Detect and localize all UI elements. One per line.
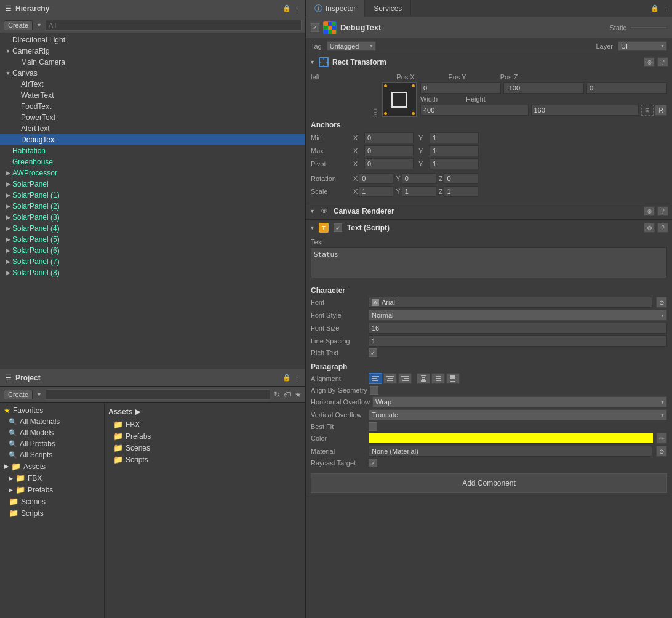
tree-item-airtext[interactable]: AirText (0, 79, 305, 90)
tree-item-solarpanel-2[interactable]: ▶ SolarPanel (2) (0, 201, 305, 212)
tree-item-solarpanel-4[interactable]: ▶ SolarPanel (4) (0, 223, 305, 234)
favorites-all-materials[interactable]: 🔍 All Materials (0, 416, 104, 427)
line-spacing-value[interactable]: 1 (369, 335, 667, 347)
rt-help-icon[interactable]: ? (657, 57, 668, 67)
scale-y-value[interactable]: 1 (402, 186, 436, 197)
favorites-section-header[interactable]: ★ Favorites (0, 405, 104, 416)
static-dropdown[interactable] (630, 26, 667, 29)
text-script-settings-icon[interactable]: ⚙ (644, 223, 655, 233)
raycast-checkbox[interactable] (369, 459, 377, 467)
pos-x-value[interactable]: 0 (420, 82, 501, 94)
align-middle-button[interactable] (431, 373, 445, 384)
scale-x-value[interactable]: 1 (359, 186, 393, 197)
tree-item-solarpanel[interactable]: ▶ SolarPanel (0, 179, 305, 190)
max-x-value[interactable]: 0 (364, 145, 414, 156)
project-search-input[interactable] (46, 389, 270, 400)
font-style-dropdown[interactable]: Normal (369, 310, 667, 321)
anchor-widget[interactable] (382, 82, 417, 117)
r-button[interactable]: R (655, 105, 667, 116)
tree-item-alerttext[interactable]: AlertText (0, 123, 305, 134)
scale-z-value[interactable]: 1 (444, 186, 478, 197)
assets-scripts-left[interactable]: 📁 Scripts (0, 507, 104, 519)
rotation-x-value[interactable]: 0 (359, 173, 393, 184)
tree-item-canvas[interactable]: ▼ Canvas (0, 68, 305, 79)
tree-item-debugtext[interactable]: DebugText (0, 134, 305, 145)
pivot-x-value[interactable]: 0 (364, 158, 414, 169)
assets-right-scenes[interactable]: 📁 Scenes (105, 442, 305, 454)
align-center-button[interactable] (383, 373, 397, 384)
tree-item-directional-light[interactable]: Directional Light (0, 34, 305, 46)
align-by-geometry-checkbox[interactable] (370, 386, 378, 395)
tag-dropdown[interactable]: Untagged (327, 41, 376, 51)
favorites-all-prefabs[interactable]: 🔍 All Prefabs (0, 438, 104, 449)
tree-item-solarpanel-8[interactable]: ▶ SolarPanel (8) (0, 267, 305, 278)
tree-item-greenhouse[interactable]: Greenhouse (0, 156, 305, 167)
tree-item-watertext[interactable]: WaterText (0, 90, 305, 101)
tree-item-awprocessor[interactable]: ▶ AWProcessor (0, 167, 305, 179)
assets-right-prefabs[interactable]: 📁 Prefabs (105, 430, 305, 442)
align-right-button[interactable] (398, 373, 412, 384)
pos-y-value[interactable]: -100 (503, 82, 584, 94)
tree-item-solarpanel-5[interactable]: ▶ SolarPanel (5) (0, 234, 305, 245)
rich-text-checkbox[interactable] (369, 348, 377, 357)
rotation-y-value[interactable]: 0 (402, 173, 436, 184)
font-picker-button[interactable]: ⊙ (656, 297, 667, 308)
pos-z-value[interactable]: 0 (586, 82, 667, 94)
star-icon[interactable]: ★ (295, 390, 302, 399)
hierarchy-search-input[interactable] (46, 20, 302, 31)
tree-item-solarpanel-7[interactable]: ▶ SolarPanel (7) (0, 256, 305, 267)
color-swatch[interactable] (369, 433, 654, 444)
text-script-enabled-checkbox[interactable] (334, 223, 342, 232)
tag-icon[interactable]: 🏷 (284, 390, 291, 399)
tree-item-main-camera[interactable]: Main Camera (0, 57, 305, 68)
assets-fbx-left[interactable]: ▶ 📁 FBX (0, 472, 104, 484)
min-x-value[interactable]: 0 (364, 132, 414, 143)
assets-right-fbx[interactable]: 📁 FBX (105, 419, 305, 430)
rect-transform-header[interactable]: ▼ Rect Transform ⚙ ? (306, 54, 672, 70)
tree-item-habitation[interactable]: Habitation (0, 145, 305, 156)
v-overflow-dropdown[interactable]: Truncate (369, 409, 667, 420)
font-size-value[interactable]: 16 (369, 323, 667, 334)
tree-item-powertext[interactable]: PowerText (0, 112, 305, 123)
tree-item-solarpanel-1[interactable]: ▶ SolarPanel (1) (0, 190, 305, 201)
rotation-z-value[interactable]: 0 (444, 173, 478, 184)
material-value-field[interactable]: None (Material) (369, 446, 652, 457)
align-left-button[interactable] (369, 373, 382, 384)
color-eyedropper-button[interactable]: ✏ (656, 433, 667, 444)
h-overflow-dropdown[interactable]: Wrap (372, 396, 667, 407)
align-top-button[interactable] (417, 373, 430, 384)
pivot-y-value[interactable]: 1 (430, 158, 479, 169)
tree-item-solarpanel-6[interactable]: ▶ SolarPanel (6) (0, 245, 305, 256)
add-component-button[interactable]: Add Component (311, 473, 667, 493)
favorites-all-scripts[interactable]: 🔍 All Scripts (0, 449, 104, 460)
assets-section-header[interactable]: ▶ 📁 Assets (0, 460, 104, 472)
material-picker-button[interactable]: ⊙ (656, 446, 667, 457)
canvas-renderer-header[interactable]: ▼ 👁 Canvas Renderer ⚙ ? (306, 203, 672, 219)
gameobject-active-checkbox[interactable] (311, 23, 319, 32)
rt-settings-icon[interactable]: ⚙ (644, 57, 655, 67)
text-script-help-icon[interactable]: ? (657, 223, 668, 233)
min-y-value[interactable]: 1 (430, 132, 479, 143)
refresh-icon[interactable]: ↻ (274, 390, 280, 399)
assets-prefabs-left[interactable]: ▶ 📁 Prefabs (0, 484, 104, 496)
tree-item-solarpanel-3[interactable]: ▶ SolarPanel (3) (0, 212, 305, 223)
canvas-renderer-help-icon[interactable]: ? (657, 206, 668, 216)
tree-item-foodtext[interactable]: FoodText (0, 101, 305, 112)
assets-right-scripts[interactable]: 📁 Scripts (105, 454, 305, 465)
width-value[interactable]: 400 (420, 105, 529, 116)
layer-dropdown[interactable]: UI (618, 41, 667, 51)
hierarchy-create-button[interactable]: Create (4, 20, 33, 30)
text-script-header[interactable]: ▼ T Text (Script) ⚙ ? (306, 220, 672, 236)
tab-inspector[interactable]: ⓘ Inspector (306, 0, 365, 17)
tab-services[interactable]: Services (365, 0, 411, 17)
project-create-button[interactable]: Create (4, 390, 33, 399)
height-value[interactable]: 160 (531, 105, 639, 116)
text-textarea[interactable]: Status (311, 247, 667, 278)
tree-item-camerarig[interactable]: ▼ CameraRig (0, 46, 305, 57)
max-y-value[interactable]: 1 (430, 145, 479, 156)
canvas-renderer-settings-icon[interactable]: ⚙ (644, 206, 655, 216)
favorites-all-models[interactable]: 🔍 All Models (0, 427, 104, 438)
align-bottom-button[interactable] (446, 373, 460, 384)
font-value-field[interactable]: A Arial (369, 297, 652, 308)
assets-scenes-left[interactable]: 📁 Scenes (0, 496, 104, 507)
